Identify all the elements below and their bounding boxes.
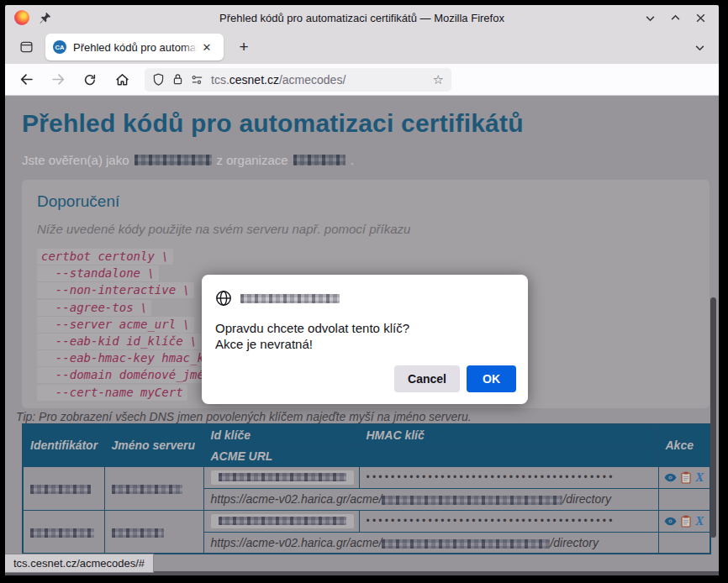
cell-hmac-key: •••••••••••••••••••••••••••••••••••••••• xyxy=(359,466,658,488)
auth-info-middle: z organizace xyxy=(217,153,288,167)
window-title: Přehled kódů pro automatizaci certifikát… xyxy=(5,12,719,24)
firefox-view-icon[interactable] xyxy=(16,37,37,57)
dialog-message: Opravdu chcete odvolat tento klíč? Akce … xyxy=(215,320,514,352)
code-line: --agree-tos \ xyxy=(37,300,151,316)
panel-subtitle: Níže uvedené kódy použijte na svém serve… xyxy=(37,222,694,236)
titlebar: Přehled kódů pro automatizaci certifikát… xyxy=(5,5,719,30)
code-line: --standalone \ xyxy=(37,265,159,281)
page-content: Přehled kódů pro automatizaci certifikát… xyxy=(5,96,719,575)
browser-window: Přehled kódů pro automatizaci certifikát… xyxy=(5,5,719,575)
col-key-id: Id klíče xyxy=(203,424,359,445)
acme-keys-table: Identifikátor Jméno serveru Id klíče HMA… xyxy=(22,423,711,554)
firefox-logo-icon xyxy=(14,10,29,25)
table-row: ••••••••••••••••••••••••••••••••••••••••… xyxy=(23,510,710,532)
cell-identifier xyxy=(23,510,104,554)
code-line: certbot certonly \ xyxy=(37,249,173,265)
show-hmac-eye-icon[interactable] xyxy=(664,517,677,526)
tab-strip: CA Přehled kódů pro automati ✕ + xyxy=(5,30,719,64)
cell-actions: X xyxy=(658,510,710,532)
dialog-message-line1: Opravdu chcete odvolat tento klíč? xyxy=(215,320,514,336)
redacted-organization xyxy=(293,155,346,165)
forward-icon[interactable] xyxy=(47,69,69,91)
url-path: /acmecodes/ xyxy=(279,73,346,87)
show-hmac-eye-icon[interactable] xyxy=(664,473,677,482)
dns-tip-text: Tip: Pro zobrazení všech DNS jmen povole… xyxy=(16,410,472,423)
back-icon[interactable] xyxy=(15,69,37,91)
panel-title: Doporučení xyxy=(37,192,694,211)
maximize-icon[interactable] xyxy=(668,11,682,24)
url-subdomain: tcs. xyxy=(211,73,229,87)
lock-icon[interactable] xyxy=(172,73,183,86)
code-line: --eab-kid id_klíče \ xyxy=(37,334,201,349)
cell-hmac-key: •••••••••••••••••••••••••••••••••••••••• xyxy=(359,510,658,532)
code-line: --non-interactive \ xyxy=(37,282,194,298)
cell-key-id xyxy=(203,466,359,488)
reload-icon[interactable] xyxy=(79,69,101,91)
auth-info-line: Jste ověřen(a) jako z organizace . xyxy=(22,153,354,167)
redacted-user-name xyxy=(135,155,212,165)
url-domain: cesnet.cz xyxy=(229,73,279,87)
tab-close-icon[interactable]: ✕ xyxy=(199,41,214,54)
list-tabs-chevron-icon[interactable] xyxy=(694,42,705,53)
page-title: Přehled kódů pro automatizaci certifikát… xyxy=(22,109,524,138)
col-hmac-key: HMAC klíč xyxy=(359,424,658,445)
col-actions: Akce xyxy=(658,424,710,466)
pin-icon xyxy=(40,12,51,24)
confirm-dialog: Opravdu chcete odvolat tento klíč? Akce … xyxy=(202,275,528,404)
vertical-scrollbar[interactable] xyxy=(710,297,716,538)
cell-acme-url: https://acme-v02.harica.gr/acme//directo… xyxy=(203,532,658,554)
auth-info-prefix: Jste ověřen(a) jako xyxy=(22,153,129,167)
col-identifier: Identifikátor xyxy=(23,424,104,466)
url-bar[interactable]: tcs.cesnet.cz/acmecodes/ ☆ xyxy=(145,68,451,92)
url-text: tcs.cesnet.cz/acmecodes/ xyxy=(211,73,346,87)
navigation-bar: tcs.cesnet.cz/acmecodes/ ☆ xyxy=(5,64,719,96)
auth-info-suffix: . xyxy=(351,153,354,167)
redacted-dialog-domain xyxy=(240,294,340,303)
cell-actions-empty xyxy=(658,488,710,510)
revoke-key-icon[interactable]: X xyxy=(695,514,704,528)
dialog-message-line2: Akce je nevratná! xyxy=(215,336,514,352)
tab-favicon-ca: CA xyxy=(53,40,66,54)
cell-actions-empty xyxy=(658,532,710,554)
close-window-icon[interactable] xyxy=(694,11,707,24)
code-line: --domain doménové_jméno_ xyxy=(37,367,229,383)
home-icon[interactable] xyxy=(111,69,133,91)
revoke-key-icon[interactable]: X xyxy=(695,470,704,485)
bookmark-star-icon[interactable]: ☆ xyxy=(433,72,444,87)
status-link-tooltip: tcs.cesnet.cz/acmecodes/# xyxy=(5,554,154,573)
minimize-icon[interactable] xyxy=(643,11,657,24)
code-line: --server acme_url \ xyxy=(37,317,194,333)
copy-clipboard-icon[interactable] xyxy=(681,515,691,528)
code-line: --cert-name myCert xyxy=(37,385,187,401)
tab-title: Přehled kódů pro automati xyxy=(73,41,198,54)
cancel-button[interactable]: Cancel xyxy=(394,365,460,392)
cell-key-id xyxy=(203,510,359,532)
code-line: --eab-hmac-key hmac_klíč xyxy=(37,350,229,366)
cell-server-name xyxy=(104,510,203,554)
cell-server-name xyxy=(104,466,203,510)
copy-clipboard-icon[interactable] xyxy=(681,471,691,484)
permissions-icon[interactable] xyxy=(191,75,203,85)
shield-icon[interactable] xyxy=(152,73,165,87)
col-server-name: Jméno serveru xyxy=(104,424,203,466)
cell-acme-url: https://acme-v02.harica.gr/acme//directo… xyxy=(203,488,658,510)
col-acme-url: ACME URL xyxy=(203,445,658,466)
ok-button[interactable]: OK xyxy=(467,365,516,392)
table-header-row: Identifikátor Jméno serveru Id klíče HMA… xyxy=(23,424,710,445)
tab-acmecodes[interactable]: CA Přehled kódů pro automati ✕ xyxy=(45,34,224,60)
cell-identifier xyxy=(23,466,104,510)
globe-icon xyxy=(215,290,232,307)
new-tab-button[interactable]: + xyxy=(234,38,254,56)
cell-actions: X xyxy=(658,466,710,488)
table-row: ••••••••••••••••••••••••••••••••••••••••… xyxy=(23,466,710,488)
